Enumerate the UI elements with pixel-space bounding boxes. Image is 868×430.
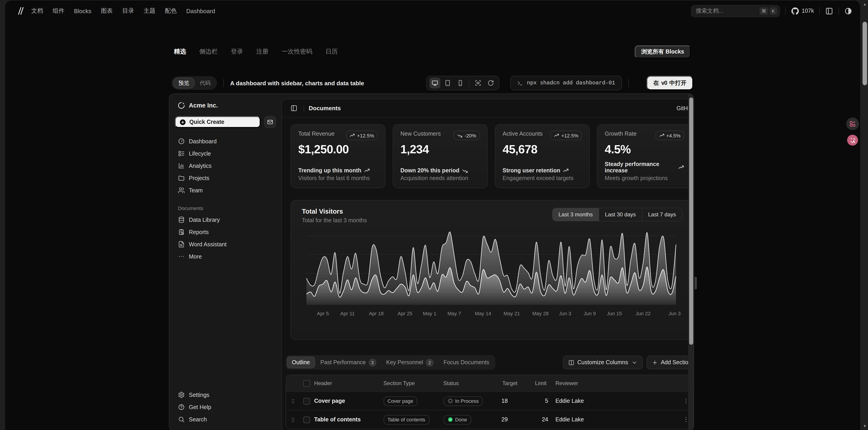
row-checkbox[interactable] (303, 398, 310, 404)
range-last-3-months[interactable]: Last 3 months (553, 208, 598, 221)
chart-range-toggle: Last 3 monthsLast 30 daysLast 7 days (552, 208, 682, 221)
row-target[interactable]: 18 (501, 398, 529, 404)
sidebar-toggle-icon[interactable] (288, 103, 299, 113)
row-target[interactable]: 29 (501, 417, 529, 423)
trending-up-icon (364, 168, 370, 173)
sidebar-item-team[interactable]: Team (175, 184, 276, 196)
preview-scrollbar-track[interactable] (688, 94, 694, 430)
blocks-tab-item[interactable]: 登录 (231, 47, 243, 56)
sidebar-item-reports[interactable]: Reports (175, 226, 276, 238)
table-tab-focus-documents[interactable]: Focus Documents (439, 357, 494, 368)
layout-toggle-icon[interactable] (825, 7, 833, 15)
preview-scrollbar-thumb[interactable] (689, 98, 693, 345)
mobile-view-icon[interactable] (455, 77, 466, 89)
blocks-tab-item[interactable]: 一次性密码 (282, 47, 312, 56)
tablet-view-icon[interactable] (442, 77, 453, 89)
blocks-tab-item[interactable]: 侧边栏 (199, 47, 218, 56)
sidebar-item-get-help[interactable]: Get Help (175, 401, 276, 413)
topnav-item-dashboard[interactable]: Dashboard (186, 7, 215, 14)
divider (469, 79, 469, 87)
scroll-up-arrow[interactable]: ▲ (862, 1, 868, 7)
sidebar-item-analytics[interactable]: Analytics (175, 160, 276, 172)
row-limit[interactable]: 5 (529, 398, 554, 404)
search-input[interactable]: 搜索文档... ⌘K (691, 5, 780, 17)
topnav-item-blocks[interactable]: Blocks (74, 7, 91, 14)
sidebar-item-search[interactable]: Search (175, 413, 276, 426)
sidebar-nav-footer: Settings Get Help Search (175, 389, 276, 426)
topnav-item-item[interactable]: 配色 (165, 7, 177, 15)
x-tick-label: Jun 3 (559, 311, 571, 317)
refresh-icon[interactable] (485, 77, 496, 89)
table-tab-outline[interactable]: Outline (287, 357, 315, 368)
page-scrollbar[interactable]: ▲ ▼ (862, 0, 868, 430)
range-last-30-days[interactable]: Last 30 days (598, 208, 642, 221)
range-last-7-days[interactable]: Last 7 days (642, 208, 682, 221)
fullscreen-icon[interactable] (472, 77, 483, 89)
quick-create-button[interactable]: Quick Create (175, 116, 260, 128)
kbd-key: K (770, 7, 777, 15)
table-tab-key-personnel[interactable]: Key Personnel2 (381, 357, 438, 368)
drag-handle-icon[interactable] (286, 417, 300, 423)
sidebar-item-more[interactable]: More (175, 251, 276, 263)
section-type-badge: Cover page (383, 396, 417, 406)
sidebar-item-dashboard[interactable]: Dashboard (175, 135, 276, 147)
open-in-v0-button[interactable]: 在 v0 中打开 (647, 76, 693, 90)
table-tab-past-performance[interactable]: Past Performance3 (316, 357, 381, 368)
view-mode-item[interactable]: 预览 (173, 77, 195, 89)
customize-columns-button[interactable]: Customize Columns (563, 356, 643, 369)
users-icon (178, 187, 185, 194)
theme-toggle-icon[interactable] (844, 7, 852, 15)
trending-up-icon (659, 133, 664, 138)
sidebar-item-word-assistant[interactable]: Word Assistant (175, 238, 276, 251)
card-top: New Customers -20% (400, 131, 480, 140)
sidebar-item-data-library[interactable]: Data Library (175, 213, 276, 226)
drag-handle-icon[interactable] (286, 398, 300, 404)
tab-count-badge: 2 (426, 359, 434, 366)
add-section-button[interactable]: Add Section (646, 356, 694, 369)
sidebar-item-lifecycle[interactable]: Lifecycle (175, 147, 276, 160)
topnav-item-item[interactable]: 组件 (53, 7, 64, 15)
row-limit[interactable]: 24 (529, 417, 554, 423)
extension-translate-button[interactable] (847, 135, 858, 145)
stat-card-growth-rate: Growth Rate +4.5% 4.5% Steady performanc… (597, 124, 692, 188)
blocks-tab-item[interactable]: 注册 (256, 47, 269, 56)
blocks-tab-item[interactable]: 日历 (326, 47, 338, 56)
table-row-table-of-contents[interactable]: Table of contents Table of contents Done… (286, 410, 694, 429)
row-header[interactable]: Table of contents (313, 417, 383, 423)
browse-all-blocks-button[interactable]: 浏览所有 Blocks (634, 45, 691, 58)
sidebar-item-label: Settings (189, 392, 209, 398)
blocks-tabs: 精选侧边栏登录注册一次性密码日历 (174, 47, 338, 56)
topnav-item-item[interactable]: 主题 (144, 7, 155, 15)
shadcn-logo-icon[interactable] (15, 6, 24, 15)
row-header[interactable]: Cover page (313, 398, 383, 404)
sidebar-item-projects[interactable]: Projects (175, 172, 276, 184)
extension-components-button[interactable] (846, 118, 859, 130)
npx-command-button[interactable]: npx shadcn add dashboard-01 (510, 76, 622, 90)
row-status: In Process (443, 396, 501, 406)
view-mode-item[interactable]: 代码 (195, 77, 216, 89)
page-scrollbar-thumb[interactable] (863, 22, 867, 85)
quick-create-row: Quick Create (175, 116, 276, 128)
desktop-view-icon[interactable] (429, 77, 440, 89)
company-switcher[interactable]: Acme Inc. (175, 98, 276, 112)
row-checkbox[interactable] (303, 416, 310, 423)
outer-scrollbar-thumb[interactable] (694, 277, 697, 289)
row-menu-icon[interactable] (626, 417, 694, 423)
row-reviewer[interactable]: Eddie Lake (554, 398, 626, 404)
sidebar-item-settings[interactable]: Settings (175, 389, 276, 401)
scroll-down-arrow[interactable]: ▼ (862, 423, 868, 429)
sidebar-section-label: Documents (178, 205, 273, 211)
blocks-tab-item[interactable]: 精选 (174, 47, 186, 56)
row-reviewer[interactable]: Eddie Lake (554, 417, 626, 423)
divider (838, 7, 839, 14)
table-row-cover-page[interactable]: Cover page Cover page In Process 18 5 Ed… (286, 392, 694, 410)
github-link[interactable]: 107k (791, 7, 814, 15)
trend-badge: +12.5% (551, 131, 582, 140)
inbox-button[interactable] (264, 116, 276, 128)
blocks-bar: 精选侧边栏登录注册一次性密码日历 浏览所有 Blocks (164, 45, 694, 59)
topnav-item-item[interactable]: 文档 (31, 7, 43, 15)
topnav-item-item[interactable]: 图表 (101, 7, 113, 15)
select-all-checkbox[interactable] (303, 380, 310, 387)
row-menu-icon[interactable] (626, 398, 694, 404)
topnav-item-item[interactable]: 目录 (122, 7, 134, 15)
